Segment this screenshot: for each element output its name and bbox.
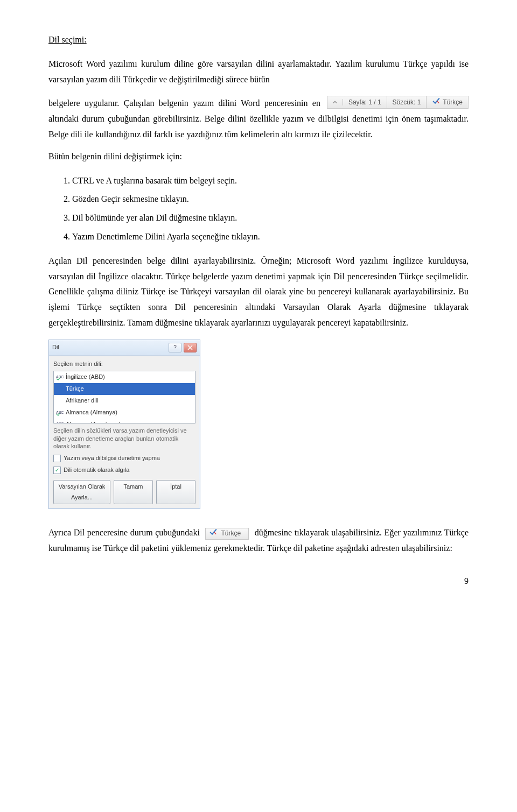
list-item: Dil bölümünde yer alan Dil düğmesine tık…	[72, 210, 469, 226]
list-item: Yazım Denetimleme Dilini Ayarla seçeneği…	[72, 229, 469, 245]
dialog-help-text: Seçilen dilin sözlükleri varsa yazım den…	[53, 427, 195, 450]
checkbox-no-proofing[interactable]: Yazım veya dilbilgisi denetimi yapma	[53, 453, 195, 464]
chevron-up-icon	[327, 99, 343, 105]
ok-button[interactable]: Tamam	[114, 480, 153, 505]
listbox-label: Seçilen metnin dili:	[53, 359, 195, 370]
checkbox-auto-detect[interactable]: ✓ Dili otomatik olarak algıla	[53, 465, 195, 476]
abc-check-icon: ABC	[56, 421, 64, 423]
list-item: CTRL ve A tuşlarına basarak tüm belgeyi …	[72, 173, 469, 189]
dialog-titlebar: Dil ?	[49, 340, 200, 356]
spellcheck-icon	[432, 96, 441, 109]
list-item: Gözden Geçir sekmesine tıklayın.	[72, 192, 469, 207]
dialog-title: Dil	[52, 342, 59, 353]
status-language-button-inline[interactable]: Türkçe	[205, 528, 249, 540]
close-button[interactable]	[184, 343, 197, 352]
status-word-count[interactable]: Sözcük: 1	[387, 96, 427, 109]
abc-check-icon: ABC	[56, 409, 64, 416]
list-item[interactable]: ABC Almanca (Almanya)	[54, 407, 195, 419]
paragraph-2-lead: belgelere uygulanır.	[48, 98, 119, 108]
checkbox-icon	[53, 455, 61, 462]
steps-list: CTRL ve A tuşlarına basarak tüm belgeyi …	[72, 173, 469, 245]
page-number: 9	[48, 574, 469, 589]
status-language-button[interactable]: Türkçe	[427, 96, 468, 110]
help-button[interactable]: ?	[169, 343, 181, 352]
abc-check-icon: ABC	[56, 374, 64, 380]
cancel-button[interactable]: İptal	[156, 480, 195, 505]
list-item[interactable]: ABC Almanca (Avusturya)	[54, 419, 195, 424]
word-status-bar: Sayfa: 1 / 1 Sözcük: 1 Türkçe	[327, 96, 469, 109]
spellcheck-icon	[209, 527, 218, 540]
paragraph-2-wrap: Sayfa: 1 / 1 Sözcük: 1 Türkçe belgelere …	[48, 96, 469, 142]
section-heading: Dil seçimi:	[48, 32, 469, 48]
paragraph-4: Açılan Dil penceresinden belge dilini ay…	[48, 253, 469, 331]
list-item[interactable]: ABC İngilizce (ABD)	[54, 371, 195, 383]
language-dialog: Dil ? Seçilen metnin dili: ABC İngilizce…	[48, 340, 200, 510]
language-listbox[interactable]: ABC İngilizce (ABD) Türkçe Afrikaner dil…	[53, 371, 195, 423]
paragraph-1: Microsoft Word yazılımı kurulum diline g…	[48, 57, 469, 88]
paragraph-3: Bütün belgenin dilini değiştirmek için:	[48, 149, 469, 165]
dialog-body: Seçilen metnin dili: ABC İngilizce (ABD)…	[49, 356, 200, 509]
paragraph-5: Ayrıca Dil penceresine durum çubuğundaki…	[48, 525, 469, 556]
set-default-button[interactable]: Varsayılan Olarak Ayarla...	[53, 480, 110, 505]
list-item[interactable]: Türkçe	[54, 383, 195, 395]
list-item[interactable]: Afrikaner dili	[54, 395, 195, 407]
checkbox-icon: ✓	[53, 467, 61, 474]
svg-text:ABC: ABC	[56, 422, 64, 423]
status-page[interactable]: Sayfa: 1 / 1	[343, 96, 387, 109]
status-language-label: Türkçe	[443, 97, 463, 109]
